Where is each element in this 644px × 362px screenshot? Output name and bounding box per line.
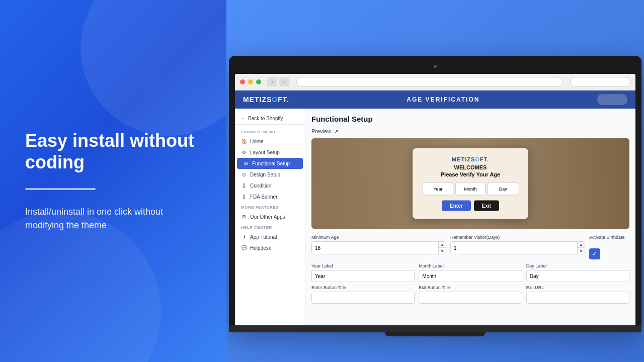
- sidebar-item-design[interactable]: ◎ Design Setup: [235, 169, 305, 180]
- sidebar-item-condition-label: Condition: [250, 183, 271, 189]
- year-label-input[interactable]: [311, 270, 415, 282]
- laptop-screen-outer: ‹ › METIZSOFT. AGE VERIFICATION: [229, 56, 641, 325]
- functional-icon: ⊞: [243, 160, 249, 166]
- sidebar-item-other-apps[interactable]: ⊞ Our Other Apps: [235, 211, 305, 222]
- modal-verify-text: Please Verify Your Age: [423, 171, 518, 177]
- back-label: Back to Shopify: [248, 116, 283, 121]
- sub-heading: Install/uninstall in one click without m…: [25, 205, 201, 232]
- age-verify-modal: METIZSOFT. WELCOMES Please Verify Your A…: [413, 148, 528, 219]
- month-label-group: Month Label: [419, 263, 522, 282]
- laptop-base: [229, 325, 641, 332]
- exit-url-input[interactable]: [526, 292, 629, 304]
- app-container: ← Back to Shopify PRIMARY MENU 🏠 Home ⚙ …: [235, 109, 635, 325]
- form-section-2: Year Label Month Label Day Label: [311, 263, 629, 282]
- exit-btn-title-label: Exit Button Title: [419, 285, 522, 290]
- browser-chrome: ‹ ›: [235, 74, 635, 90]
- modal-dropdowns: Year Month Day: [423, 183, 518, 196]
- sidebar-item-fda[interactable]: {} FDA Banner: [235, 191, 305, 202]
- min-age-label: Minimum Age: [311, 235, 446, 240]
- laptop-stand: [385, 332, 486, 336]
- exit-url-label: Exit URL: [526, 285, 629, 290]
- sidebar-item-helpdesk[interactable]: 💬 Helpdesk: [235, 242, 305, 253]
- sidebar-item-tutorial-label: App Tutorial: [250, 234, 277, 240]
- year-select[interactable]: Year: [423, 183, 453, 196]
- browser-back-btn[interactable]: ‹: [267, 77, 277, 86]
- min-age-up[interactable]: ▲: [439, 242, 446, 248]
- modal-enter-button[interactable]: Enter: [442, 201, 471, 211]
- exit-url-group: Exit URL: [526, 285, 629, 304]
- page-title: Functional Setup: [311, 115, 629, 123]
- design-icon: ◎: [241, 171, 247, 177]
- day-label-input[interactable]: [526, 270, 629, 282]
- modal-logo: METIZSOFT.: [423, 156, 518, 162]
- form-section-1: Minimum Age ▲ ▼ Remembe: [311, 235, 629, 259]
- remember-down[interactable]: ▼: [578, 248, 585, 254]
- form-section-3: Enter Button Title Exit Button Title Exi…: [311, 285, 629, 304]
- year-label-label: Year Label: [311, 263, 415, 268]
- sidebar-item-design-label: Design Setup: [250, 172, 280, 177]
- app-header-title: AGE VERIFICATION: [407, 96, 479, 103]
- sidebar-item-home[interactable]: 🏠 Home: [235, 136, 305, 147]
- helpdesk-icon: 💬: [241, 245, 247, 251]
- month-select[interactable]: Month: [455, 183, 486, 196]
- sidebar-item-home-label: Home: [250, 139, 264, 144]
- remember-group: Remember Visitor(Days) ▲ ▼: [450, 235, 585, 259]
- laptop-mockup: ‹ › METIZSOFT. AGE VERIFICATION: [229, 56, 641, 336]
- app-header: METIZSOFT. AGE VERIFICATION: [235, 90, 635, 109]
- modal-welcomes-text: WELCOMES: [423, 164, 518, 170]
- modal-buttons: Enter Exit: [423, 201, 518, 211]
- remember-input-wrap: ▲ ▼: [450, 241, 585, 254]
- remember-up[interactable]: ▲: [578, 242, 585, 248]
- fda-icon: {}: [241, 194, 247, 200]
- external-link-icon[interactable]: ↗: [334, 129, 338, 134]
- min-age-input[interactable]: [312, 242, 438, 254]
- sidebar-item-layout[interactable]: ⚙ Layout Setup: [235, 147, 305, 158]
- preview-area: METIZSOFT. WELCOMES Please Verify Your A…: [311, 138, 629, 229]
- sidebar-item-condition[interactable]: {} Condition: [235, 180, 305, 191]
- enter-btn-title-label: Enter Button Title: [311, 285, 415, 290]
- sidebar-item-helpdesk-label: Helpdesk: [250, 245, 271, 251]
- browser-forward-btn[interactable]: ›: [279, 77, 289, 86]
- activate-group: Activate Birthdate ✓: [589, 235, 629, 259]
- browser-search-bar[interactable]: [570, 77, 630, 87]
- sidebar: ← Back to Shopify PRIMARY MENU 🏠 Home ⚙ …: [235, 109, 305, 325]
- browser-maximize-dot: [256, 79, 261, 84]
- exit-btn-title-input[interactable]: [419, 292, 522, 304]
- modal-exit-button[interactable]: Exit: [474, 201, 499, 211]
- sidebar-item-other-apps-label: Our Other Apps: [250, 214, 285, 220]
- enter-btn-group: Enter Button Title: [311, 285, 415, 304]
- app-user-area: [597, 94, 627, 105]
- browser-close-dot: [240, 79, 245, 84]
- browser-url-bar[interactable]: [296, 77, 563, 87]
- day-select[interactable]: Day: [488, 183, 518, 196]
- remember-input[interactable]: [451, 242, 577, 254]
- divider: [25, 188, 96, 190]
- camera-bar: [235, 62, 635, 71]
- sidebar-item-functional[interactable]: ⊞ Functional Setup: [237, 158, 303, 169]
- right-panel: ‹ › METIZSOFT. AGE VERIFICATION: [226, 0, 644, 362]
- more-features-label: MORE FEATURES: [235, 202, 305, 211]
- back-to-shopify[interactable]: ← Back to Shopify: [235, 113, 305, 125]
- month-label-label: Month Label: [419, 263, 522, 268]
- help-center-label: HELP CENTER: [235, 222, 305, 231]
- tutorial-icon: ℹ: [241, 234, 247, 240]
- camera-dot: [434, 65, 437, 68]
- primary-menu-label: PRIMARY MENU: [235, 127, 305, 136]
- activate-label: Activate Birthdate: [589, 235, 629, 240]
- min-age-down[interactable]: ▼: [439, 248, 446, 254]
- enter-btn-title-input[interactable]: [311, 292, 415, 304]
- layout-icon: ⚙: [241, 149, 247, 155]
- sidebar-item-layout-label: Layout Setup: [250, 150, 280, 155]
- activate-checkbox[interactable]: ✓: [589, 248, 600, 259]
- month-label-input[interactable]: [419, 270, 522, 282]
- day-label-group: Day Label: [526, 263, 629, 282]
- preview-label: Preview: [311, 128, 331, 134]
- back-arrow-icon: ←: [241, 116, 246, 121]
- main-heading: Easy install without coding: [25, 130, 201, 173]
- browser-nav: ‹ ›: [267, 77, 289, 86]
- app-logo: METIZSOFT.: [243, 96, 289, 104]
- min-age-group: Minimum Age ▲ ▼: [311, 235, 446, 259]
- sidebar-item-tutorial[interactable]: ℹ App Tutorial: [235, 231, 305, 242]
- browser-minimize-dot: [248, 79, 253, 84]
- sidebar-item-functional-label: Functional Setup: [252, 161, 290, 166]
